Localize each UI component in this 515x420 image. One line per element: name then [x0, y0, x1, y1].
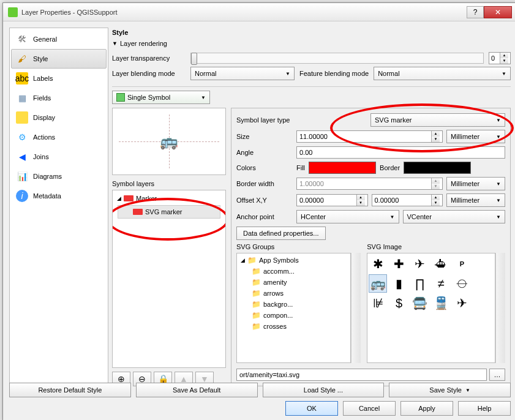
nav-labels[interactable]: abcLabels: [11, 69, 107, 88]
spin-up-icon[interactable]: ▲: [432, 195, 440, 200]
folder-item[interactable]: 📁amenity: [238, 277, 349, 288]
feature-blend-combo[interactable]: Normal▼: [374, 67, 511, 80]
fill-color-button[interactable]: [309, 162, 376, 174]
info-icon: i: [16, 190, 28, 202]
offset-unit-combo[interactable]: Millimeter▼: [446, 193, 505, 207]
apply-button[interactable]: Apply: [400, 401, 453, 416]
svg-bus-icon[interactable]: 🚌: [369, 274, 387, 293]
spin-down-icon[interactable]: ▼: [432, 200, 440, 206]
svg-plus-icon[interactable]: ✚: [390, 255, 408, 273]
load-style-button[interactable]: Load Style ...: [263, 383, 385, 397]
svg-groups-label: SVG Groups: [236, 243, 361, 250]
nav-general[interactable]: 🛠General: [11, 29, 107, 49]
svg-barrier-icon[interactable]: ⦵: [453, 274, 471, 293]
transparency-slider[interactable]: [190, 53, 484, 64]
cancel-button[interactable]: Cancel: [343, 401, 396, 416]
border-color-button[interactable]: [404, 162, 471, 174]
angle-input[interactable]: 0.00: [296, 146, 505, 159]
svg-rail-icon[interactable]: ⊯: [369, 294, 387, 312]
nav-display[interactable]: Display: [11, 108, 107, 127]
folder-item[interactable]: 📁crosses: [238, 321, 349, 332]
svg-parking-icon[interactable]: P: [453, 255, 471, 273]
save-as-default-button[interactable]: Save As Default: [136, 383, 258, 397]
folder-item[interactable]: 📁accomm...: [238, 266, 349, 277]
chevron-down-icon: ▼: [465, 388, 470, 393]
folder-item[interactable]: 📁backgro...: [238, 299, 349, 310]
spin-down-icon[interactable]: ▼: [432, 137, 440, 142]
spin-up-icon[interactable]: ▲: [432, 178, 440, 184]
offset-y-input[interactable]: 0.00000▲▼: [372, 194, 443, 206]
feature-blend-label: Feature blending mode: [299, 70, 369, 77]
abc-icon: abc: [16, 72, 28, 84]
nav-diagrams[interactable]: 📊Diagrams: [11, 167, 107, 186]
svg-path-input[interactable]: ort/amenity=taxi.svg: [236, 369, 487, 381]
svg-airplane-icon[interactable]: ✈: [411, 255, 429, 273]
scrollbar[interactable]: [495, 253, 505, 363]
nav-joins[interactable]: ◀Joins: [11, 147, 107, 167]
svg-blank[interactable]: [474, 294, 492, 312]
tree-root-marker[interactable]: ◢Marker: [115, 193, 223, 204]
collapse-icon[interactable]: ◢: [117, 195, 121, 201]
restore-default-button[interactable]: Restore Default Style: [9, 383, 131, 397]
renderer-combo[interactable]: Single Symbol▼: [112, 91, 210, 104]
spin-down-icon[interactable]: ▼: [500, 58, 508, 64]
symbol-layers-tree[interactable]: ◢Marker SVG marker: [112, 190, 226, 368]
folder-icon: 📁: [252, 300, 261, 309]
svg-gate-icon[interactable]: ∏: [411, 274, 429, 293]
svg-airport-icon[interactable]: ✈: [453, 294, 471, 312]
svg-image-grid[interactable]: ✱ ✚ ✈ ⛴ P 🚌 ▮ ∏ ≠ ⦵: [367, 253, 495, 363]
svg-toll-icon[interactable]: $: [390, 294, 408, 312]
nav-metadata[interactable]: iMetadata: [11, 186, 107, 206]
border-width-input[interactable]: 1.00000▲▼: [296, 178, 443, 190]
offset-label: Offset X,Y: [236, 197, 293, 204]
svg-train-icon[interactable]: 🚆: [432, 294, 450, 312]
join-icon: ◀: [16, 151, 28, 163]
help-window-button[interactable]: ?: [467, 6, 484, 18]
help-button[interactable]: Help: [458, 401, 511, 416]
svg-blank[interactable]: [474, 274, 492, 293]
folder-item[interactable]: 📁arrows: [238, 288, 349, 299]
spin-up-icon[interactable]: ▲: [500, 53, 508, 58]
svg-notequal-icon[interactable]: ≠: [432, 274, 450, 293]
size-input[interactable]: 11.00000▲▼: [296, 130, 443, 143]
close-window-button[interactable]: ✕: [484, 6, 512, 18]
anchor-h-combo[interactable]: HCenter▼: [296, 210, 399, 223]
spin-down-icon[interactable]: ▼: [432, 184, 440, 189]
chevron-down-icon: ▼: [496, 181, 501, 187]
anchor-v-combo[interactable]: VCenter▼: [403, 210, 506, 223]
data-defined-button[interactable]: Data defined properties...: [236, 227, 326, 240]
svg-ship-icon[interactable]: ⛴: [432, 255, 450, 273]
slider-thumb[interactable]: [191, 53, 197, 65]
svg-blank[interactable]: [474, 255, 492, 273]
layer-blend-combo[interactable]: Normal▼: [190, 67, 295, 80]
transparency-value[interactable]: 0▲▼: [489, 52, 511, 64]
tree-svg-marker[interactable]: SVG marker: [118, 205, 220, 219]
chart-icon: 📊: [16, 170, 28, 182]
svg-bollard-icon[interactable]: ▮: [390, 274, 408, 293]
folder-item[interactable]: ◢📁App Symbols: [238, 255, 349, 266]
svg-bus2-icon[interactable]: 🚍: [411, 294, 429, 312]
svg-compass-icon[interactable]: ✱: [369, 255, 387, 273]
collapse-icon[interactable]: ▼: [112, 40, 118, 47]
nav-fields[interactable]: ▦Fields: [11, 88, 107, 108]
spin-up-icon[interactable]: ▲: [432, 131, 440, 137]
border-width-unit-combo[interactable]: Millimeter▼: [446, 177, 505, 190]
table-icon: ▦: [16, 92, 28, 104]
browse-button[interactable]: …: [489, 369, 505, 381]
ok-button[interactable]: OK: [285, 401, 338, 416]
symbol-layer-type-combo[interactable]: SVG marker▼: [370, 113, 505, 127]
nav-actions[interactable]: ⚙Actions: [11, 127, 107, 147]
svg-groups-tree[interactable]: ◢📁App Symbols 📁accomm... 📁amenity 📁arrow…: [236, 253, 351, 363]
spin-up-icon[interactable]: ▲: [357, 195, 365, 200]
symbol-layers-label: Symbol layers: [112, 180, 226, 187]
scrollbar[interactable]: [351, 253, 361, 363]
nav-style[interactable]: 🖌Style: [11, 49, 107, 69]
annotation-ellipse: [112, 198, 226, 241]
folder-item[interactable]: 📁compon...: [238, 310, 349, 321]
size-unit-combo[interactable]: Millimeter▼: [446, 130, 505, 143]
offset-x-input[interactable]: 0.00000▲▼: [296, 194, 368, 206]
titlebar[interactable]: Layer Properties - QGISSupport ? ✕: [3, 3, 515, 21]
spin-down-icon[interactable]: ▼: [357, 200, 365, 206]
save-style-button[interactable]: Save Style▼: [389, 383, 511, 397]
chevron-down-icon: ▼: [390, 214, 395, 220]
